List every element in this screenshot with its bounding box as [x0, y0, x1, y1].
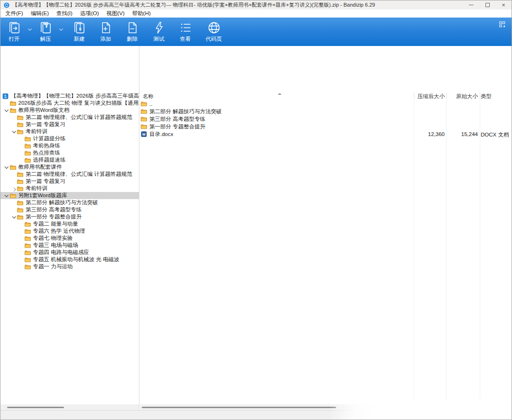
menu-item[interactable]: 查找(I) [53, 10, 76, 17]
test-archive-icon [152, 21, 166, 35]
folder-icon [25, 257, 31, 263]
tree-item[interactable]: 第一篇 专题复习 [0, 121, 139, 128]
column-separator[interactable] [414, 92, 414, 99]
toolbar-button-codepage[interactable]: 代码页 [199, 21, 229, 43]
folder-icon [17, 200, 23, 206]
menu-bar: 文件(F)编辑(E)查找(I)选项(O)视图(V)帮助(H) [0, 9, 512, 18]
tree-item[interactable]: 考前热身练 [0, 142, 139, 149]
toolbar-button-extract[interactable]: 解压 [35, 21, 56, 43]
tree-item[interactable]: 专题四 电路与电磁感应 [0, 249, 139, 256]
folder-icon [17, 115, 23, 120]
file-row[interactable]: 第二部分 解题技巧与方法突破 [139, 108, 512, 115]
toolbar-dropdown-open[interactable] [25, 22, 35, 37]
folder-tree-panel: 【高考物理】【物理二轮】2026版 步步高高三年级高考大二轮复习2026版步步高… [0, 91, 139, 420]
tree-expander[interactable] [4, 164, 10, 170]
tree-expander[interactable] [4, 192, 10, 199]
tree-item[interactable]: 【高考物理】【物理二轮】2026版 步步高高三年级高考大二轮复习 [0, 92, 139, 100]
file-row[interactable]: 目录.docx12,36015,244DOCX 文档 [139, 130, 512, 138]
file-name: 第二部分 解题技巧与方法突破 [141, 108, 222, 115]
tree-expander[interactable] [4, 107, 10, 113]
maximize-icon [485, 3, 490, 7]
folder-icon [141, 109, 147, 114]
toolbar-button-view[interactable]: 查看 [172, 21, 199, 43]
codepage-icon [207, 21, 221, 35]
toolbar-button-label: 测试 [154, 36, 165, 43]
file-name: .. [141, 100, 152, 108]
file-list-body: ..第二部分 解题技巧与方法突破第三部分 高考题型专练第一部分 专题整合提升目录… [139, 100, 512, 138]
tree-item[interactable]: 第一篇 专题复习 [0, 178, 139, 185]
tree-item[interactable]: 专题六 热学 近代物理 [0, 228, 139, 235]
chevron-expanded-icon [5, 108, 9, 111]
tree-item[interactable]: 另附1套Word版题库 [0, 192, 139, 199]
minimize-button[interactable] [463, 0, 479, 9]
tree-item[interactable]: 专题一 力与运动 [0, 263, 139, 270]
layout-toggle-icon[interactable] [499, 21, 505, 27]
folder-icon [17, 214, 23, 220]
maximize-button[interactable] [479, 0, 495, 9]
toolbar: 打开解压新建添加删除测试查看代码页 [0, 18, 512, 46]
file-row[interactable]: 第三部分 高考题型专练 [139, 115, 512, 123]
folder-icon [25, 136, 31, 142]
column-header-name[interactable]: 名称 [143, 93, 154, 100]
file-row[interactable]: .. [139, 100, 512, 108]
tree-item[interactable]: 第二部分 解题技巧与方法突破 [0, 199, 139, 206]
tree-expander[interactable] [11, 128, 17, 135]
tree-item-label: 计算题提分练 [33, 135, 66, 142]
tree-item-label: 第一部分 专题整合提升 [26, 213, 82, 220]
toolbar-button-new[interactable]: 新建 [66, 21, 92, 43]
toolbar-button-open[interactable]: 打开 [3, 21, 25, 43]
folder-icon [17, 172, 23, 177]
close-button[interactable]: × [495, 0, 512, 9]
tree-horizontal-scrollbar[interactable] [0, 404, 139, 410]
folder-icon [25, 228, 31, 234]
tree-item[interactable]: 考前特训 [0, 185, 139, 192]
tree-item[interactable]: 专题三 电场与磁场 [0, 242, 139, 249]
tree-item[interactable]: 教师用书Word版文档 [0, 107, 139, 114]
list-scrollbar-thumb[interactable] [142, 407, 336, 408]
tree-item[interactable]: 第二篇 物理规律、公式汇编 计算题答题规范 [0, 171, 139, 178]
folder-icon [141, 116, 147, 122]
column-header-size[interactable]: 原始大小 [456, 93, 478, 100]
tree-scrollbar-thumb[interactable] [7, 407, 64, 408]
tree-item-label: 第一篇 专题复习 [26, 121, 65, 128]
sort-ascending-icon [278, 93, 282, 95]
column-separator[interactable] [480, 92, 480, 99]
toolbar-button-delete[interactable]: 删除 [119, 21, 146, 43]
tree-item[interactable]: 第一部分 专题整合提升 [0, 213, 139, 220]
chevron-down-icon [59, 27, 63, 30]
tree-item-label: 2026版步步高 大二轮 物理 复习讲义扫描版【通用版】 [18, 100, 139, 107]
tree-item[interactable]: 热点排查练 [0, 149, 139, 156]
list-horizontal-scrollbar[interactable] [140, 404, 512, 410]
open-archive-icon [8, 21, 21, 35]
menu-item[interactable]: 选项(O) [76, 10, 103, 17]
folder-icon [25, 221, 31, 227]
column-header-packed[interactable]: 压缩后大小 [418, 93, 445, 100]
menu-item[interactable]: 编辑(E) [27, 10, 53, 17]
menu-item[interactable]: 视图(V) [103, 10, 128, 17]
menu-item[interactable]: 帮助(H) [128, 10, 155, 17]
column-separator[interactable] [446, 92, 447, 99]
folder-icon [10, 164, 16, 170]
file-row[interactable]: 第一部分 专题整合提升 [139, 123, 512, 130]
tree-item-label: 专题四 电路与电磁感应 [33, 249, 89, 256]
tree-item[interactable]: 选择题提速练 [0, 156, 139, 164]
pane-divider[interactable] [139, 46, 139, 410]
tree-expander[interactable] [11, 185, 17, 192]
toolbar-dropdown-extract[interactable] [56, 22, 66, 37]
tree-item[interactable]: 专题五 机械振动与机械波 光 电磁波 [0, 256, 139, 263]
column-header-type[interactable]: 类型 [481, 93, 492, 100]
menu-item[interactable]: 文件(F) [1, 10, 27, 17]
tree-item[interactable]: 第三部分 高考题型专练 [0, 206, 139, 213]
tree-expander[interactable] [11, 214, 17, 220]
toolbar-button-add[interactable]: 添加 [92, 21, 119, 43]
tree-item-label: 考前热身练 [33, 142, 61, 149]
tree-item[interactable]: 计算题提分练 [0, 135, 139, 142]
tree-item[interactable]: 考前特训 [0, 128, 139, 135]
tree-item[interactable]: 专题七 物理实验 [0, 235, 139, 242]
tree-item[interactable]: 第二篇 物理规律、公式汇编 计算题答题规范 [0, 114, 139, 121]
tree-item[interactable]: 教师用书配套课件 [0, 164, 139, 171]
tree-item[interactable]: 专题二 能量与动量 [0, 220, 139, 228]
column-grid-line [414, 100, 414, 420]
tree-item[interactable]: 2026版步步高 大二轮 物理 复习讲义扫描版【通用版】 [0, 100, 139, 107]
toolbar-button-test[interactable]: 测试 [146, 21, 172, 43]
